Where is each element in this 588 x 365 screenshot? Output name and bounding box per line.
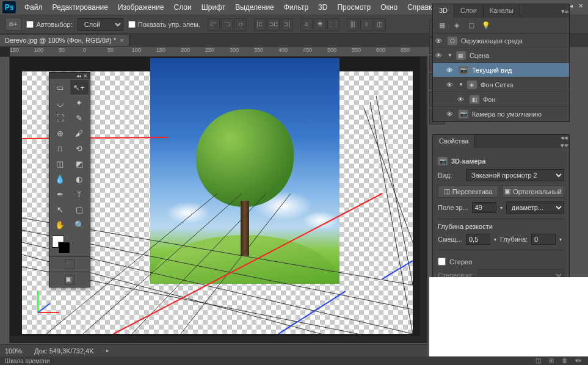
zoom-level[interactable]: 100% (5, 347, 22, 355)
lasso-tool[interactable]: ◡ (51, 95, 69, 110)
visibility-icon[interactable]: 👁 (435, 52, 444, 59)
menu-layers[interactable]: Слои (169, 1, 197, 14)
distribute-5-icon[interactable]: ⦀ (360, 18, 372, 31)
filter-mat-icon[interactable]: ▢ (466, 20, 477, 31)
tab-properties[interactable]: Свойства (433, 135, 475, 148)
crop-tool[interactable]: ⛶ (51, 110, 69, 125)
status-menu-icon[interactable]: ▸ (106, 348, 109, 353)
3d-layer-list: 👁⬡Окружающая среда 👁▼▦Сцена 👁📷Текущий ви… (433, 34, 569, 121)
expand-icon[interactable]: ▼ (459, 82, 463, 87)
type-tool[interactable]: T (70, 187, 89, 201)
eyedropper-tool[interactable]: ✎ (70, 110, 89, 125)
show-transform-checkbox[interactable]: Показать упр. элем. (128, 21, 200, 28)
menu-image[interactable]: Изображение (113, 1, 169, 14)
visibility-icon[interactable]: 👁 (435, 37, 444, 45)
menu-filter[interactable]: Фильтр (279, 1, 313, 14)
panel-menu-icon[interactable]: ◂◂ ▾≡ (561, 135, 569, 148)
layer-row[interactable]: 👁⬡Окружающая среда (433, 34, 569, 48)
quick-mask-icon[interactable] (65, 259, 74, 269)
visibility-icon[interactable]: 👁 (446, 81, 455, 89)
marquee-tool[interactable]: ▭ (51, 80, 69, 95)
gradient-tool[interactable]: ◩ (70, 156, 89, 171)
visibility-icon[interactable]: 👁 (446, 110, 455, 118)
timeline-icon-2[interactable]: ⊞ (546, 357, 556, 364)
align-bottom-icon[interactable]: ⫏ (234, 18, 247, 31)
history-brush-tool[interactable]: ⟲ (70, 141, 89, 156)
visibility-icon[interactable]: 👁 (457, 96, 466, 103)
fov-unit-select[interactable]: диаметр... (506, 201, 564, 214)
menu-edit[interactable]: Редактирование (48, 1, 113, 14)
layer-row[interactable]: 👁📷Камера по умолчанию (433, 107, 569, 121)
distribute-4-icon[interactable]: ||| (347, 18, 359, 31)
stamp-tool[interactable]: ⎍ (51, 141, 69, 156)
color-swatches[interactable] (49, 233, 90, 256)
layer-row[interactable]: 👁▼▦Сцена (433, 48, 569, 63)
ruler-tick: 650 (401, 47, 410, 53)
distribute-2-icon[interactable]: ≣ (314, 18, 326, 31)
tab-channels[interactable]: Каналы (484, 4, 520, 18)
view-select[interactable]: Заказной просмотр 2 (466, 169, 564, 181)
offset-input[interactable] (466, 234, 490, 245)
3d-mode-icon[interactable]: ◫ (374, 18, 386, 31)
align-right-icon[interactable]: ⊐| (281, 18, 293, 31)
perspective-button[interactable]: ◫Перспектива (438, 185, 498, 198)
stereo-checkbox[interactable] (438, 258, 446, 266)
tab-3d[interactable]: 3D (433, 4, 454, 18)
horizontal-ruler[interactable]: 150 100 50 0 50 100 150 200 250 300 350 … (10, 47, 427, 57)
blur-tool[interactable]: 💧 (51, 172, 69, 186)
orthogonal-button[interactable]: ▣Ортогональный (502, 185, 564, 198)
auto-select-target[interactable]: Слой (78, 18, 123, 31)
layer-row[interactable]: 👁▼◈Фон Сетка (433, 78, 569, 92)
menu-view[interactable]: Просмотр (332, 1, 376, 14)
align-left-icon[interactable]: |⊏ (254, 18, 266, 31)
filter-mesh-icon[interactable]: ◈ (451, 20, 462, 31)
align-vcenter-icon[interactable]: ⫎ (221, 18, 233, 31)
close-tab-icon[interactable]: × (120, 37, 123, 44)
doc-size[interactable]: Док: 549,3K/732,4K (34, 347, 93, 355)
3d-axis-widget[interactable] (32, 288, 62, 319)
distribute-3-icon[interactable]: ⋮⋮ (327, 18, 339, 31)
expand-icon[interactable]: ▼ (448, 52, 452, 58)
auto-select-checkbox[interactable]: Автовыбор: (26, 21, 72, 28)
ruler-tick: 200 (181, 47, 190, 53)
menu-3d[interactable]: 3D (313, 1, 332, 14)
panel-menu-icon[interactable]: ▾≡ (561, 4, 569, 18)
move-tool[interactable]: ↖+ (70, 80, 89, 95)
filter-light-icon[interactable]: 💡 (481, 20, 492, 31)
eraser-tool[interactable]: ◫ (51, 156, 69, 171)
timeline-icon-4[interactable]: ▾≡ (573, 357, 583, 364)
tab-layers[interactable]: Слои (454, 4, 484, 18)
background-color[interactable] (58, 242, 70, 254)
magic-wand-tool[interactable]: ✦ (70, 95, 89, 110)
pen-tool[interactable]: ✒ (51, 187, 69, 201)
menu-file[interactable]: Файл (20, 1, 48, 14)
brush-tool[interactable]: 🖌 (70, 126, 89, 140)
fov-input[interactable] (472, 202, 496, 213)
visibility-icon[interactable]: 👁 (446, 67, 455, 74)
distribute-1-icon[interactable]: ≡ (300, 18, 313, 31)
align-hcenter-icon[interactable]: ⊐⊏ (267, 18, 280, 31)
menu-type[interactable]: Шрифт (197, 1, 230, 14)
menu-window[interactable]: Окно (376, 1, 402, 14)
close-icon[interactable]: ✕ (576, 2, 586, 11)
tools-panel-header[interactable]: ◂◂× (49, 73, 90, 79)
timeline-icon-1[interactable]: ◫ (533, 357, 543, 364)
menu-select[interactable]: Выделение (230, 1, 279, 14)
depth-input[interactable] (531, 234, 556, 245)
screen-mode-icon[interactable]: ▣ (65, 275, 74, 284)
zoom-tool[interactable]: 🔍 (70, 217, 89, 232)
move-tool-icon[interactable]: ⧈+ (5, 18, 21, 31)
layer-row[interactable]: 👁◧Фон (433, 92, 569, 107)
timeline-icon-3[interactable]: 🗑 (560, 357, 570, 364)
document-tab[interactable]: Derevo.jpg @ 100% (Фон, RGB/8#) * × (0, 35, 129, 46)
timeline-bar[interactable]: Шкала времени ◫ ⊞ 🗑 ▾≡ (0, 356, 588, 365)
hand-tool[interactable]: ✋ (51, 217, 69, 232)
dodge-tool[interactable]: ◐ (70, 172, 89, 186)
filter-all-icon[interactable]: ▦ (437, 20, 448, 31)
layer-row[interactable]: 👁📷Текущий вид (433, 63, 569, 78)
align-top-icon[interactable]: ⫍ (208, 18, 220, 31)
path-select-tool[interactable]: ↖ (51, 202, 69, 217)
shape-tool[interactable]: ▢ (70, 202, 89, 217)
healing-tool[interactable]: ⊕ (51, 126, 69, 140)
vertical-ruler[interactable] (0, 57, 10, 343)
